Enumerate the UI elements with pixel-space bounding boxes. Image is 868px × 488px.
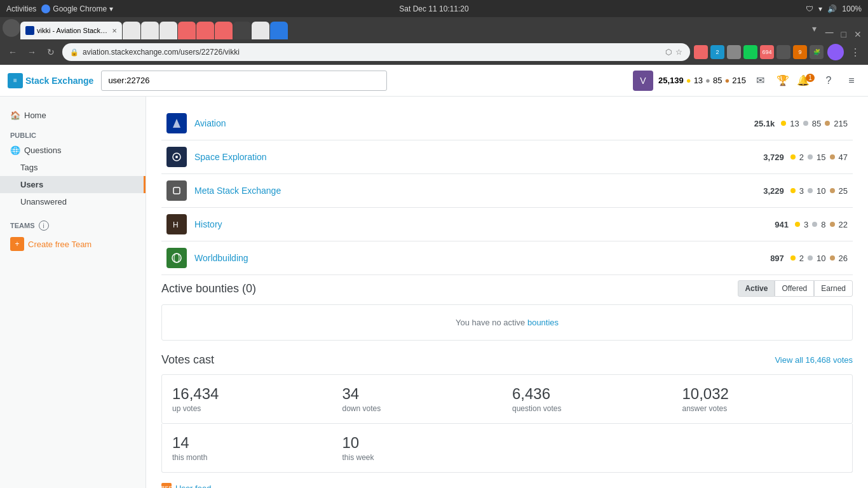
app-dropdown-icon[interactable]: ▾ — [109, 4, 113, 13]
sidebar-item-home[interactable]: 🏠 Home — [0, 107, 146, 124]
minimize-btn[interactable]: ─ — [822, 26, 837, 39]
window-close-btn[interactable]: ✕ — [850, 29, 865, 39]
ext-icon-3[interactable] — [727, 45, 741, 59]
achievements-icon[interactable]: 🏆 — [774, 72, 792, 90]
create-team-icon: + — [10, 237, 24, 251]
new-tab-1[interactable] — [3, 19, 20, 37]
teams-header: TEAMS i — [0, 220, 146, 233]
all-sites-icon[interactable]: ≡ — [843, 72, 860, 90]
se-body: 🏠 Home PUBLIC 🌐 Questions Tags Users Una… — [0, 97, 868, 488]
app-indicator: Google Chrome ▾ — [41, 4, 113, 13]
meta-bronze-dot — [830, 188, 835, 193]
history-gold: 3 — [804, 220, 808, 229]
more-tabs-btn[interactable]: ▾ — [807, 24, 822, 34]
sidebar-item-tags[interactable]: Tags — [0, 159, 146, 176]
ext-icon-694[interactable]: 694 — [760, 45, 774, 59]
question-votes-label: question votes — [512, 404, 672, 413]
maximize-btn[interactable]: □ — [837, 29, 850, 39]
inactive-tab-2[interactable] — [141, 22, 159, 39]
silver-count: 85 — [713, 76, 722, 85]
active-tab[interactable]: vikki - Aviation Stack Exchange ✕ — [20, 22, 122, 39]
activities-label[interactable]: Activities — [6, 4, 36, 13]
sidebar-item-users[interactable]: Users — [0, 176, 146, 193]
rep-number: 25,139 — [658, 76, 684, 85]
ext-icon-6[interactable] — [776, 45, 790, 59]
view-all-votes-link[interactable]: View all 16,468 votes — [775, 355, 853, 365]
main-content: Aviation 25.1k 13 85 215 — [146, 97, 868, 488]
inactive-tab-1[interactable] — [123, 22, 140, 39]
space-rep: 3,729 — [763, 152, 784, 162]
teams-info-icon[interactable]: i — [39, 220, 49, 231]
wifi-icon: ▾ — [818, 4, 822, 13]
community-stats-aviation: 25.1k 13 85 215 — [754, 119, 848, 128]
worldbuilding-gold: 2 — [799, 254, 804, 263]
aviation-gold: 13 — [790, 119, 799, 128]
volume-icon: 🔊 — [827, 4, 837, 13]
address-text: aviation.stackexchange.com/users/22726/v… — [83, 48, 661, 57]
inbox-icon[interactable]: ✉ — [751, 72, 769, 90]
share-icon[interactable]: ⬡ — [665, 48, 672, 57]
ext-icon-2[interactable]: 2 — [710, 45, 724, 59]
inactive-tab-7[interactable] — [233, 22, 251, 39]
address-field[interactable]: 🔒 aviation.stackexchange.com/users/22726… — [62, 43, 690, 61]
community-link-aviation[interactable]: Aviation — [194, 118, 754, 128]
this-week-label: this week — [342, 453, 503, 462]
ext-icon-9[interactable]: 9 — [793, 45, 807, 59]
up-votes-label: up votes — [172, 404, 332, 413]
notifications-icon[interactable]: 🔔 1 — [797, 72, 815, 90]
aviation-rep: 25.1k — [754, 119, 775, 128]
inactive-tab-6[interactable] — [215, 22, 233, 39]
bounty-active-tab[interactable]: Active — [738, 280, 775, 297]
worldbuilding-gold-dot — [790, 255, 796, 261]
ext-icon-1[interactable] — [694, 45, 708, 59]
inactive-tab-8[interactable] — [252, 22, 269, 39]
worldbuilding-bronze: 26 — [839, 254, 848, 263]
worldbuilding-bronze-dot — [830, 255, 835, 261]
se-logo[interactable]: ≡ Stack Exchange — [8, 73, 93, 88]
help-icon[interactable]: ? — [820, 72, 837, 90]
teams-section: TEAMS i + Create free Team — [0, 220, 146, 255]
community-link-space[interactable]: Space Exploration — [194, 152, 763, 162]
bounty-earned-tab[interactable]: Earned — [814, 280, 853, 297]
chrome-menu-btn[interactable]: ⋮ — [848, 46, 863, 58]
users-label: Users — [20, 180, 43, 189]
communities-section: Aviation 25.1k 13 85 215 — [161, 107, 853, 275]
community-stats-history: 941 3 8 22 — [775, 220, 848, 229]
reload-btn[interactable]: ↻ — [43, 44, 58, 60]
questions-label: Questions — [24, 146, 62, 155]
bounties-link[interactable]: bounties — [527, 318, 559, 327]
tab-favicon — [25, 26, 34, 35]
aviation-icon — [166, 113, 187, 133]
community-link-meta[interactable]: Meta Stack Exchange — [194, 186, 763, 196]
create-team-btn[interactable]: + Create free Team — [0, 233, 146, 255]
bounty-tabs: Active Offered Earned — [738, 280, 853, 297]
gold-count: 13 — [694, 76, 703, 85]
address-icons: ⬡ ☆ — [665, 48, 682, 57]
inactive-tab-4[interactable] — [178, 22, 196, 39]
sidebar-item-questions[interactable]: 🌐 Questions — [0, 142, 146, 159]
inactive-tab-9[interactable] — [270, 22, 288, 39]
space-bronze: 47 — [839, 152, 848, 162]
star-icon[interactable]: ☆ — [675, 48, 682, 57]
community-link-history[interactable]: History — [194, 219, 775, 229]
tab-close-btn[interactable]: ✕ — [112, 27, 117, 34]
ext-icon-4[interactable] — [743, 45, 757, 59]
user-avatar[interactable]: V — [633, 71, 653, 91]
ext-puzzle-icon[interactable]: 🧩 — [810, 45, 824, 59]
profile-avatar[interactable] — [827, 44, 844, 60]
sidebar-item-unanswered[interactable]: Unanswered — [0, 193, 146, 210]
forward-btn[interactable]: → — [24, 44, 39, 60]
inactive-tab-3[interactable] — [159, 22, 177, 39]
user-feed-link[interactable]: RSS User feed — [161, 483, 853, 488]
rss-icon: RSS — [161, 483, 172, 488]
teams-title: TEAMS — [10, 222, 35, 229]
se-search-input[interactable] — [101, 71, 387, 91]
back-btn[interactable]: ← — [5, 44, 20, 60]
user-feed-label[interactable]: User feed — [175, 484, 211, 489]
network-icon: 🛡 — [806, 4, 813, 13]
bounty-offered-tab[interactable]: Offered — [775, 280, 814, 297]
aviation-gold-dot — [781, 121, 786, 126]
inactive-tab-5[interactable] — [196, 22, 214, 39]
history-bronze: 22 — [839, 220, 848, 229]
community-link-worldbuilding[interactable]: Worldbuilding — [194, 253, 770, 263]
